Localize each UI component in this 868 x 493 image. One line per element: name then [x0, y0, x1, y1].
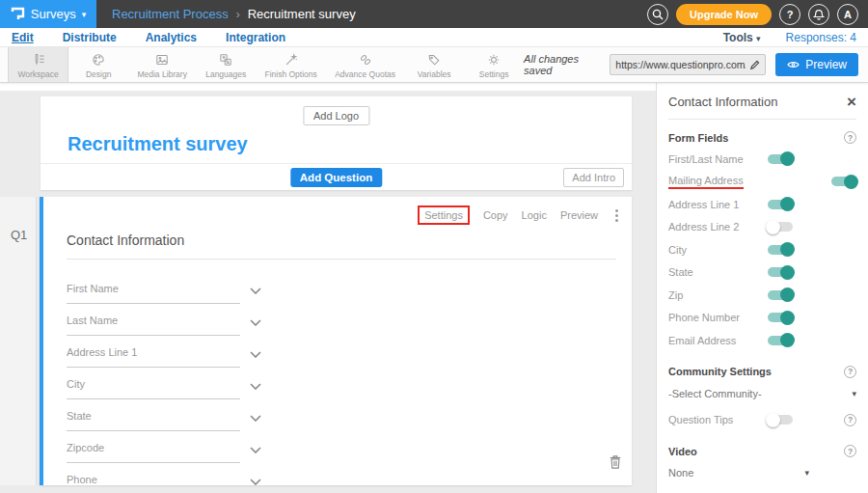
field-options-dropdown[interactable]	[250, 472, 261, 489]
field-state: State	[67, 406, 261, 431]
toolbar-right: All changes saved https://www.questionpr…	[524, 47, 868, 82]
responses-link[interactable]: Responses: 4	[786, 31, 856, 44]
breadcrumb: Recruitment Process › Recruitment survey	[112, 7, 356, 21]
field-options-dropdown[interactable]	[250, 281, 261, 298]
help-icon[interactable]: ?	[844, 414, 856, 426]
help-icon[interactable]: ?	[844, 131, 856, 144]
account-button[interactable]: A	[837, 4, 858, 25]
toolbar-item-label: Finish Options	[264, 69, 316, 79]
toolbar-item-settings[interactable]: Settings	[464, 47, 524, 82]
field-phone: Phone	[67, 470, 261, 493]
question-number: Q1	[0, 197, 37, 485]
survey-url-field[interactable]: https://www.questionpro.com/t/APNrFZ	[610, 54, 766, 75]
question-title[interactable]: Contact Information	[67, 233, 184, 248]
tab-integration[interactable]: Integration	[226, 31, 285, 44]
field-options-dropdown[interactable]	[250, 376, 261, 394]
help-icon: ?	[787, 9, 794, 20]
field-input[interactable]: Zipcode	[67, 438, 240, 463]
toggle-question-tips[interactable]	[768, 415, 793, 425]
questionpro-logo-icon	[11, 6, 25, 22]
toolbar-item-advance-quotas[interactable]: Advance Quotas	[326, 47, 404, 82]
field-input[interactable]: Address Line 1	[67, 342, 240, 368]
help-button[interactable]: ?	[779, 4, 800, 25]
toggle-city[interactable]	[768, 245, 793, 255]
panel-toggle-row: City	[668, 238, 856, 261]
surveys-menu-label: Surveys	[31, 7, 76, 21]
question-row: Q1 Settings Copy Logic Preview Contact I…	[0, 197, 632, 485]
tools-menu[interactable]: Tools ▾	[723, 31, 761, 44]
field-zipcode: Zipcode	[67, 438, 261, 463]
toggle-phone-number[interactable]	[768, 313, 793, 322]
bell-icon	[813, 8, 825, 20]
toggle-zip[interactable]	[768, 290, 793, 300]
toolbar-item-variables[interactable]: Variables	[404, 47, 464, 82]
toolbar-item-languages[interactable]: A Languages	[196, 47, 256, 82]
toggle-address-line-2[interactable]	[768, 222, 793, 232]
chevron-down-icon: ▾	[756, 34, 761, 43]
field-options-dropdown[interactable]	[250, 313, 261, 330]
magic-wand-icon	[284, 52, 299, 68]
search-icon	[652, 9, 664, 20]
field-input[interactable]: Last Name	[67, 311, 240, 336]
notifications-button[interactable]	[808, 4, 829, 25]
field-options-dropdown[interactable]	[250, 408, 261, 425]
toolbar-item-finish-options[interactable]: Finish Options	[256, 47, 326, 82]
toolbar-item-design[interactable]: Design	[68, 47, 128, 82]
survey-title[interactable]: Recruitment survey	[68, 133, 248, 155]
search-button[interactable]	[647, 4, 668, 25]
question-logic-button[interactable]: Logic	[522, 209, 547, 221]
toolbar-item-label: Workspace	[17, 69, 58, 79]
field-options-dropdown[interactable]	[250, 344, 261, 362]
field-input[interactable]: State	[67, 406, 240, 431]
tab-analytics[interactable]: Analytics	[146, 31, 197, 44]
toolbar-item-label: Advance Quotas	[335, 69, 395, 79]
settings-panel: Contact Information × Form Fields ? Firs…	[656, 83, 868, 493]
contact-form-fields: First Name Last Name Address Line 1	[67, 279, 261, 493]
close-icon[interactable]: ×	[847, 96, 856, 109]
field-options-dropdown[interactable]	[250, 440, 261, 457]
save-status: All changes saved	[524, 53, 600, 76]
toolbar-item-workspace[interactable]: Workspace	[8, 47, 68, 82]
field-input[interactable]: First Name	[67, 279, 240, 304]
survey-header-actions: Add Question Add Intro	[41, 163, 632, 190]
help-icon[interactable]: ?	[844, 366, 856, 378]
question-copy-button[interactable]: Copy	[483, 209, 508, 221]
chevron-down-icon: ▾	[804, 468, 809, 478]
toolbar-item-label: Variables	[418, 69, 451, 79]
field-city: City	[67, 374, 261, 399]
survey-toolbar: Workspace Design Media Library A Languag…	[0, 47, 868, 83]
tabs-right: Tools ▾ Responses: 4	[723, 31, 856, 44]
field-first-name: First Name	[67, 279, 261, 304]
toggle-mailing-address[interactable]	[831, 177, 856, 186]
tab-distribute[interactable]: Distribute	[63, 31, 117, 44]
help-icon[interactable]: ?	[844, 445, 856, 457]
toggle-first-last-name[interactable]	[768, 154, 793, 164]
community-select[interactable]: -Select Community- ▾	[668, 388, 856, 399]
toolbar-item-media-library[interactable]: Media Library	[128, 47, 196, 82]
more-actions-icon[interactable]	[615, 209, 618, 222]
upgrade-now-button[interactable]: Upgrade Now	[676, 4, 772, 25]
field-input[interactable]: City	[67, 374, 240, 399]
toggle-state[interactable]	[768, 267, 793, 277]
delete-question-button[interactable]	[609, 454, 622, 474]
add-question-button[interactable]: Add Question	[290, 168, 382, 187]
video-select[interactable]: None ▾	[668, 467, 809, 479]
question-preview-button[interactable]: Preview	[560, 209, 598, 221]
question-settings-button[interactable]: Settings	[418, 205, 470, 225]
panel-toggle-row: Phone Number	[668, 307, 856, 330]
video-section-header: Video ?	[668, 445, 856, 457]
breadcrumb-folder[interactable]: Recruitment Process	[112, 7, 229, 21]
preview-button[interactable]: Preview	[775, 53, 858, 76]
toggle-address-line-1[interactable]	[768, 200, 793, 209]
field-input[interactable]: Phone	[67, 470, 240, 493]
add-intro-button[interactable]: Add Intro	[563, 168, 624, 187]
panel-toggle-row: Email Address	[668, 329, 856, 352]
toggle-email-address[interactable]	[768, 336, 793, 345]
tab-edit[interactable]: Edit	[12, 31, 34, 44]
field-address-line-1: Address Line 1	[67, 342, 261, 368]
edit-pencil-icon[interactable]	[749, 60, 760, 70]
panel-toggle-row: State	[668, 261, 856, 285]
surveys-menu[interactable]: Surveys ▾	[0, 0, 96, 28]
panel-toggle-row: Zip	[668, 284, 856, 307]
add-logo-button[interactable]: Add Logo	[303, 106, 369, 125]
